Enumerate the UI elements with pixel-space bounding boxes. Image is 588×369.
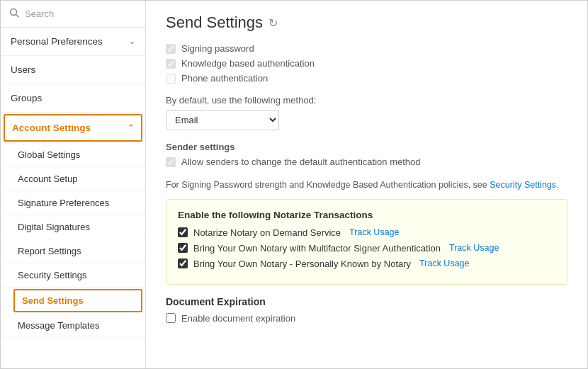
info-text-content: For Signing Password strength and Knowle… [166,180,487,190]
knowledge-auth-checkbox[interactable] [166,59,176,69]
signing-password-checkbox[interactable] [166,44,176,54]
notarize-row-1: Bring Your Own Notary with Multifactor S… [178,243,555,254]
sidebar-item-label: Groups [11,93,42,103]
track-usage-link-1[interactable]: Track Usage [449,243,499,253]
track-usage-link-2[interactable]: Track Usage [419,259,469,268]
sidebar-item-send-settings[interactable]: Send Settings [13,289,142,312]
sender-settings-section: Sender settings Allow senders to change … [166,142,567,167]
default-method-select[interactable]: Email [166,110,279,130]
bring-own-notary-multi-label: Bring Your Own Notary with Multifactor S… [193,243,441,254]
svg-line-1 [16,15,19,18]
sub-nav-label: Account Setup [18,174,78,184]
notarize-on-demand-checkbox[interactable] [178,227,188,237]
sub-nav-label: Digital Signatures [18,222,90,232]
search-bar[interactable]: Search [1,1,145,28]
sub-nav-label: Send Settings [22,295,84,306]
sub-nav-label: Security Settings [18,270,87,280]
refresh-icon[interactable]: ↻ [268,16,278,30]
sub-nav-label: Message Templates [18,320,99,331]
sidebar-item-account-setup[interactable]: Account Setup [1,167,145,191]
search-label: Search [25,8,54,19]
bring-own-notary-known-label: Bring Your Own Notary - Personally Known… [193,259,411,269]
account-settings-subnav: Global Settings Account Setup Signature … [1,143,145,338]
sidebar-item-account-settings[interactable]: Account Settings ⌃ [4,114,142,142]
security-settings-link[interactable]: Security Settings. [490,180,558,190]
sender-settings-label: Sender settings [166,142,567,152]
signing-password-label: Signing password [181,43,254,54]
sidebar: Search Personal Preferences ⌄ Users Grou… [1,1,146,368]
search-icon [9,8,19,20]
sidebar-item-message-templates[interactable]: Message Templates [1,314,145,338]
default-method-section: By default, use the following method: Em… [166,95,567,130]
notarize-on-demand-label: Notarize Notary on Demand Service [193,227,341,238]
sidebar-item-personal-preferences[interactable]: Personal Preferences ⌄ [1,28,145,56]
notarize-row-0: Notarize Notary on Demand Service Track … [178,227,555,238]
sidebar-item-security-settings[interactable]: Security Settings [1,263,145,288]
sender-auth-label: Allow senders to change the default auth… [181,157,421,167]
sender-checkbox-row: Allow senders to change the default auth… [166,157,567,167]
sidebar-item-signature-preferences[interactable]: Signature Preferences [1,191,145,215]
sidebar-item-global-settings[interactable]: Global Settings [1,143,145,167]
checkbox-row-knowledge-auth: Knowledge based authentication [166,58,567,69]
knowledge-auth-label: Knowledge based authentication [181,58,315,69]
track-usage-link-0[interactable]: Track Usage [349,227,399,237]
notarize-box-title: Enable the following Notarize Transactio… [178,210,555,220]
sidebar-item-groups[interactable]: Groups [1,84,145,113]
doc-expiration-section: Document Expiration Enable document expi… [166,296,567,324]
page-title: Send Settings [166,13,263,32]
sidebar-item-digital-signatures[interactable]: Digital Signatures [1,215,145,239]
doc-expiration-label: Enable document expiration [181,313,295,324]
info-text: For Signing Password strength and Knowle… [166,178,567,192]
phone-auth-label: Phone authentication [181,73,268,84]
bring-own-notary-multi-checkbox[interactable] [178,243,188,253]
doc-expiration-title: Document Expiration [166,296,567,307]
sub-nav-label: Global Settings [18,149,80,160]
sidebar-item-report-settings[interactable]: Report Settings [1,239,145,263]
sidebar-item-label: Personal Preferences [11,36,103,47]
notarize-box: Enable the following Notarize Transactio… [166,199,567,285]
sidebar-item-label: Account Settings [12,123,91,133]
default-method-label: By default, use the following method: [166,95,567,106]
phone-auth-checkbox[interactable] [166,74,176,84]
checkbox-row-phone-auth: Phone authentication [166,73,567,84]
doc-expiration-checkbox[interactable] [166,313,176,323]
checkbox-row-signing-password: Signing password [166,43,567,54]
auth-section: Signing password Knowledge based authent… [166,43,567,84]
bring-own-notary-known-checkbox[interactable] [178,259,188,268]
sidebar-item-users[interactable]: Users [1,56,145,84]
chevron-down-icon: ⌄ [129,37,135,46]
page-title-row: Send Settings ↻ [166,13,567,32]
main-content: Send Settings ↻ Signing password Knowled… [146,1,587,368]
sub-nav-label: Signature Preferences [18,198,109,208]
doc-expiration-row: Enable document expiration [166,313,567,324]
notarize-row-2: Bring Your Own Notary - Personally Known… [178,259,555,269]
sender-auth-checkbox[interactable] [166,157,176,167]
chevron-up-icon: ⌃ [128,123,134,132]
sub-nav-label: Report Settings [18,246,81,256]
app-window: Search Personal Preferences ⌄ Users Grou… [0,0,588,369]
sidebar-item-label: Users [11,64,35,75]
